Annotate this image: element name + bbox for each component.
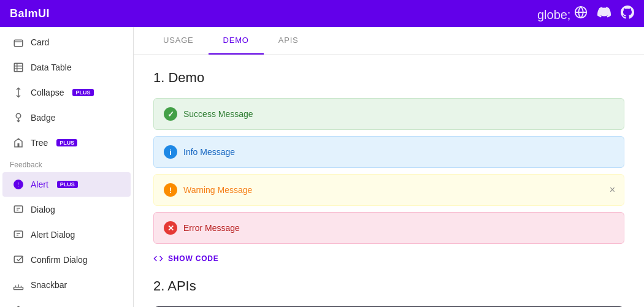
github-icon[interactable] <box>621 6 634 22</box>
alert-warning: ! Warning Message × <box>153 174 624 206</box>
svg-rect-16 <box>14 287 23 290</box>
main-content: USAGE DEMO APIS 1. Demo ✓ Success Messag… <box>134 27 644 307</box>
main-layout: Card Data Table Collapse plus Badge <box>0 27 644 307</box>
sidebar-item-confirm-dialog[interactable]: Confirm Dialog <box>2 248 131 272</box>
sidebar-data-table-label: Data Table <box>31 63 72 72</box>
collapse-icon <box>12 86 25 99</box>
card-icon <box>12 36 25 48</box>
table-icon <box>12 61 25 74</box>
show-code-label: SHOW CODE <box>168 254 219 263</box>
tree-icon <box>12 137 25 149</box>
demo-title: 1. Demo <box>153 70 624 86</box>
discord-icon[interactable] <box>597 6 611 22</box>
alert-warning-message: Warning Message <box>183 185 252 195</box>
sidebar-item-snackbar[interactable]: Snackbar <box>2 273 131 297</box>
show-code-button[interactable]: SHOW CODE <box>153 254 624 263</box>
header-icon-group: globe; <box>537 6 634 22</box>
globe-icon[interactable]: globe; <box>537 6 588 22</box>
svg-rect-9 <box>14 206 23 213</box>
alert-plus-badge: plus <box>57 181 78 188</box>
snackbar-icon <box>12 279 25 291</box>
warning-icon: ! <box>164 183 177 197</box>
toast-icon <box>12 304 25 307</box>
svg-rect-15 <box>14 256 23 263</box>
sidebar-section-feedback: Feedback <box>0 156 133 172</box>
sidebar-dialog-label: Dialog <box>31 205 55 214</box>
sidebar-tree-label: Tree <box>31 138 48 148</box>
dialog-icon <box>12 203 25 216</box>
alert-success-message: Success Message <box>183 109 253 119</box>
tab-demo[interactable]: DEMO <box>209 27 264 55</box>
svg-point-8 <box>16 113 21 118</box>
alert-info-message: Info Message <box>183 147 235 157</box>
sidebar-alert-label: Alert <box>31 180 48 189</box>
sidebar-item-card[interactable]: Card <box>2 30 131 55</box>
svg-rect-12 <box>14 231 23 238</box>
tree-plus-badge: plus <box>56 139 77 146</box>
sidebar-snackbar-label: Snackbar <box>31 280 67 290</box>
sidebar-confirm-dialog-label: Confirm Dialog <box>31 255 88 265</box>
sidebar-badge-label: Badge <box>31 113 55 123</box>
confirm-dialog-icon <box>12 254 25 266</box>
alert-error: ✕ Error Message <box>153 212 624 244</box>
app-header: BalmUI globe; <box>0 0 644 27</box>
sidebar-item-alert[interactable]: Alert plus <box>2 172 131 197</box>
sidebar-item-alert-dialog[interactable]: Alert Dialog <box>2 222 131 247</box>
sidebar: Card Data Table Collapse plus Badge <box>0 27 134 307</box>
sidebar-item-data-table[interactable]: Data Table <box>2 55 131 80</box>
content-area: 1. Demo ✓ Success Message i Info Message… <box>134 55 644 307</box>
alert-icon <box>12 178 25 191</box>
alert-success: ✓ Success Message <box>153 98 624 130</box>
alert-dialog-icon <box>12 229 25 241</box>
success-icon: ✓ <box>164 107 177 121</box>
tab-apis[interactable]: APIS <box>264 27 313 55</box>
error-icon: ✕ <box>164 221 177 235</box>
badge-icon <box>12 112 25 124</box>
tab-usage[interactable]: USAGE <box>148 27 209 55</box>
svg-rect-2 <box>14 40 23 47</box>
sidebar-item-collapse[interactable]: Collapse plus <box>2 80 131 105</box>
alert-error-message: Error Message <box>183 223 240 233</box>
collapse-plus-badge: plus <box>72 89 93 96</box>
tab-bar: USAGE DEMO APIS <box>134 27 644 55</box>
alert-info: i Info Message <box>153 136 624 168</box>
alert-warning-close[interactable]: × <box>610 184 615 195</box>
code-icon <box>153 254 163 263</box>
sidebar-item-dialog[interactable]: Dialog <box>2 197 131 222</box>
sidebar-item-badge[interactable]: Badge <box>2 105 131 130</box>
info-icon: i <box>164 145 177 159</box>
sidebar-item-tree[interactable]: Tree plus <box>2 131 131 155</box>
sidebar-alert-dialog-label: Alert Dialog <box>31 230 75 240</box>
sidebar-card-label: Card <box>31 37 49 47</box>
apis-title: 2. APIs <box>153 278 624 294</box>
svg-rect-3 <box>14 63 23 72</box>
sidebar-collapse-label: Collapse <box>31 88 64 97</box>
app-logo[interactable]: BalmUI <box>10 7 50 20</box>
sidebar-item-toast[interactable]: Toast <box>2 298 131 307</box>
